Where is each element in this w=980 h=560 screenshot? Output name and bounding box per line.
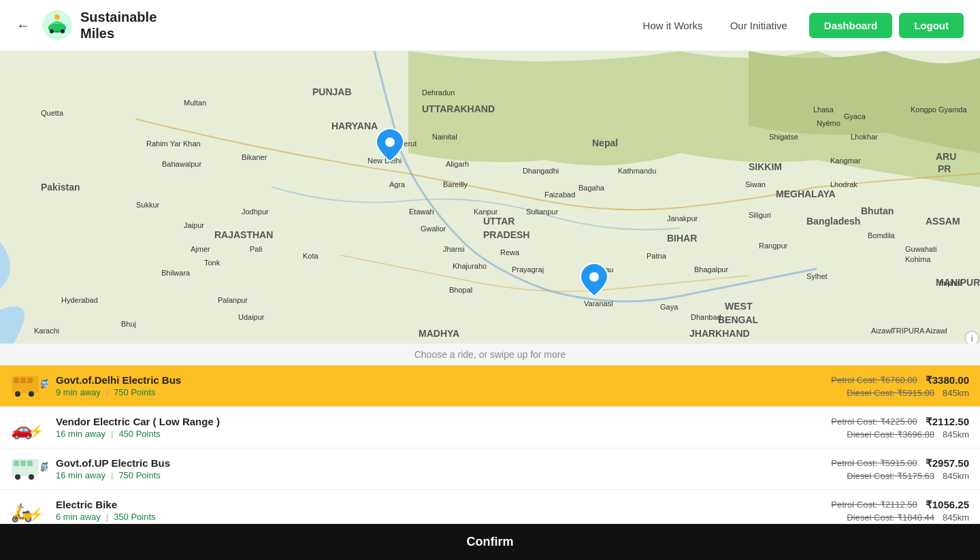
petrol-cost: Petrol Cost: ₹2112.50 [831,499,917,510]
ride-points: 450 Points [118,429,160,439]
new-price: ₹2957.50 [926,457,969,470]
ride-meta: 16 min away | 450 Points [56,429,831,439]
svg-rect-101 [20,378,26,383]
nav-our-initiative[interactable]: Our Initiative [730,20,787,31]
confirm-bar[interactable]: Confirm [0,524,980,560]
svg-point-103 [15,391,20,397]
svg-text:Kongpo Gyamda: Kongpo Gyamda [911,105,967,114]
new-price: ₹2112.50 [926,416,969,428]
ride-away: 16 min away [56,470,105,480]
svg-text:Kangmar: Kangmar [830,157,861,165]
pricing-row-diesel: Diesel Cost: ₹3696.88 845km [831,429,969,440]
svg-text:New Delhi: New Delhi [368,157,402,165]
svg-text:Lhodrak: Lhodrak [830,180,858,188]
logout-button[interactable]: Logout [899,13,964,38]
svg-text:UTTARAKHAND: UTTARAKHAND [422,103,495,114]
svg-text:BENGAL: BENGAL [718,314,759,325]
distance: 845km [943,429,969,440]
nav-links: How it Works Our Initiative [643,20,787,31]
svg-rect-111 [27,461,33,466]
pricing-row-diesel: Diesel Cost: ₹1848.44 845km [831,512,969,523]
svg-text:Bhilwara: Bhilwara [161,269,191,277]
ride-info: Govt.of.UP Electric Bus 16 min away | 75… [48,457,831,480]
svg-text:Etawah: Etawah [409,208,434,216]
brand-name: SustainableMiles [80,9,157,42]
ride-name: Vendor Electric Car ( Low Range ) [56,416,831,427]
svg-text:Jhansi: Jhansi [443,245,465,253]
dashboard-button[interactable]: Dashboard [809,13,892,38]
ride-away: 16 min away [56,429,105,439]
ride-name: Govt.of.Delhi Electric Bus [56,374,831,386]
svg-text:Quetta: Quetta [41,109,64,117]
logo-icon [41,9,74,42]
svg-rect-110 [20,461,26,466]
svg-text:RAJASTHAN: RAJASTHAN [214,229,273,240]
svg-text:🚌: 🚌 [40,457,48,472]
ride-pricing: Petrol Cost: ₹5915.00 ₹2957.50 Diesel Co… [831,457,969,481]
ride-sep: | [111,470,113,480]
svg-text:Janakpur: Janakpur [667,214,698,223]
svg-text:Nepal: Nepal [592,137,618,148]
ride-sep: | [106,387,108,397]
back-button[interactable]: ← [16,18,30,33]
svg-text:Bikaner: Bikaner [242,153,267,161]
nav-how-it-works[interactable]: How it Works [643,20,703,31]
ride-icon: 🚌 [11,372,48,399]
svg-text:Gyaca: Gyaca [844,112,866,120]
ride-points: 750 Points [114,387,155,397]
svg-text:TRIPURA: TRIPURA [892,327,925,335]
svg-text:Nyémo: Nyémo [817,119,840,127]
diesel-cost: Diesel Cost: ₹5175.63 [847,471,934,481]
svg-text:MEGHALAYA: MEGHALAYA [776,188,836,199]
svg-point-113 [29,474,34,480]
distance: 845km [943,388,969,398]
svg-text:Sultanpur: Sultanpur [526,208,558,216]
svg-text:Udaipur: Udaipur [238,313,265,321]
ride-meta: 16 min away | 750 Points [56,470,831,480]
svg-text:Bareilly: Bareilly [443,180,468,188]
svg-rect-109 [14,461,19,466]
logo-area: SustainableMiles [41,9,157,42]
svg-text:JHARKHAND: JHARKHAND [689,328,750,339]
distance: 845km [943,512,969,523]
svg-text:Varanasi: Varanasi [584,299,613,308]
svg-text:Hyderabad: Hyderabad [61,296,98,304]
ride-sep: | [111,429,113,439]
svg-text:Prayagraj: Prayagraj [512,265,544,274]
pricing-row-diesel: Diesel Cost: ₹5915.00 845km [831,388,969,398]
svg-text:Multan: Multan [184,99,206,107]
svg-point-112 [15,474,20,480]
ride-icon: 🚌 [11,455,48,482]
ride-meta: 6 min away | 350 Points [56,512,831,522]
svg-text:Shigatse: Shigatse [769,133,798,141]
svg-point-104 [29,391,34,397]
ride-away: 9 min away [56,387,101,397]
pricing-row-diesel: Diesel Cost: ₹5175.63 845km [831,471,969,481]
svg-text:i: i [971,334,973,344]
svg-text:SIKKIM: SIKKIM [749,161,782,172]
svg-text:PRADESH: PRADESH [483,229,529,240]
ride-points: 350 Points [114,512,155,522]
map-container: Quetta Multan Rahim Yar Khan Bikaner Pak… [0,51,980,344]
new-price: ₹3380.00 [926,374,969,386]
svg-text:Khajuraho: Khajuraho [453,262,487,270]
svg-text:Bahawalpur: Bahawalpur [162,160,201,168]
ride-meta: 9 min away | 750 Points [56,387,831,397]
svg-text:Bangladesh: Bangladesh [806,216,860,227]
svg-text:Sukkur: Sukkur [136,201,160,209]
ride-sep: | [106,512,108,522]
svg-text:Faizabad: Faizabad [544,191,575,199]
ride-info: Electric Bike 6 min away | 350 Points [48,499,831,522]
svg-text:Aizawl: Aizawl [926,327,947,335]
ride-item[interactable]: 🚗 ⚡ Vendor Electric Car ( Low Range ) 16… [0,407,980,448]
svg-text:Palanpur: Palanpur [218,296,248,304]
svg-text:Bhuj: Bhuj [121,320,136,328]
svg-text:Rahim Yar Khan: Rahim Yar Khan [146,139,201,148]
ride-item[interactable]: 🚌 Govt.of.UP Electric Bus 16 min away | … [0,448,980,490]
ride-item[interactable]: 🚌 Govt.of.Delhi Electric Bus 9 min away … [0,365,980,407]
svg-text:Bhagalpur: Bhagalpur [694,265,728,274]
ride-icon: 🛵 ⚡ [11,497,48,524]
svg-text:Jaipur: Jaipur [184,221,204,229]
svg-text:Gwalior: Gwalior [421,225,446,233]
svg-point-3 [50,29,54,33]
